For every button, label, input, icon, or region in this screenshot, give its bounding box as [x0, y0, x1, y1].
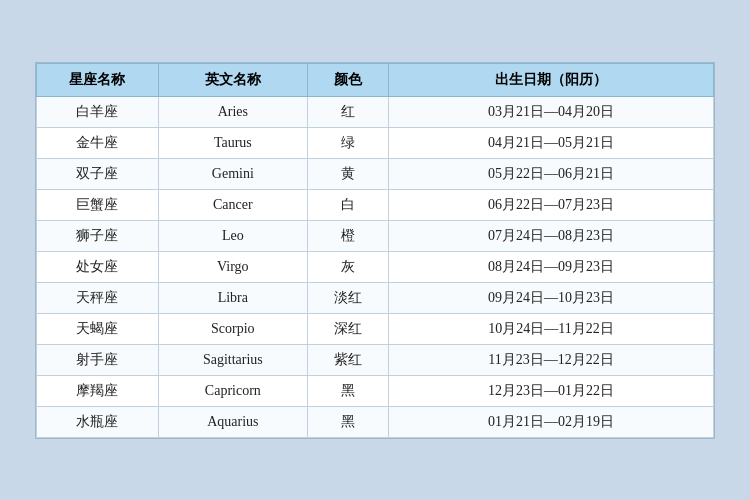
cell-date: 04月21日—05月21日 — [389, 127, 714, 158]
cell-date: 09月24日—10月23日 — [389, 282, 714, 313]
cell-color: 红 — [307, 96, 388, 127]
cell-english-name: Taurus — [158, 127, 307, 158]
cell-chinese-name: 天秤座 — [37, 282, 159, 313]
cell-chinese-name: 天蝎座 — [37, 313, 159, 344]
cell-date: 11月23日—12月22日 — [389, 344, 714, 375]
table-row: 狮子座Leo橙07月24日—08月23日 — [37, 220, 714, 251]
cell-chinese-name: 白羊座 — [37, 96, 159, 127]
cell-chinese-name: 处女座 — [37, 251, 159, 282]
header-date: 出生日期（阳历） — [389, 63, 714, 96]
cell-chinese-name: 射手座 — [37, 344, 159, 375]
cell-color: 白 — [307, 189, 388, 220]
cell-english-name: Virgo — [158, 251, 307, 282]
cell-chinese-name: 水瓶座 — [37, 406, 159, 437]
cell-date: 10月24日—11月22日 — [389, 313, 714, 344]
cell-chinese-name: 金牛座 — [37, 127, 159, 158]
cell-english-name: Cancer — [158, 189, 307, 220]
header-english-name: 英文名称 — [158, 63, 307, 96]
cell-color: 淡红 — [307, 282, 388, 313]
cell-english-name: Libra — [158, 282, 307, 313]
table-header-row: 星座名称 英文名称 颜色 出生日期（阳历） — [37, 63, 714, 96]
cell-color: 绿 — [307, 127, 388, 158]
cell-english-name: Aries — [158, 96, 307, 127]
table-row: 金牛座Taurus绿04月21日—05月21日 — [37, 127, 714, 158]
cell-english-name: Capricorn — [158, 375, 307, 406]
table-row: 巨蟹座Cancer白06月22日—07月23日 — [37, 189, 714, 220]
cell-color: 黑 — [307, 406, 388, 437]
table-row: 天蝎座Scorpio深红10月24日—11月22日 — [37, 313, 714, 344]
cell-english-name: Leo — [158, 220, 307, 251]
table-row: 白羊座Aries红03月21日—04月20日 — [37, 96, 714, 127]
cell-english-name: Sagittarius — [158, 344, 307, 375]
cell-date: 08月24日—09月23日 — [389, 251, 714, 282]
cell-date: 12月23日—01月22日 — [389, 375, 714, 406]
cell-date: 05月22日—06月21日 — [389, 158, 714, 189]
cell-color: 黄 — [307, 158, 388, 189]
table-row: 处女座Virgo灰08月24日—09月23日 — [37, 251, 714, 282]
table-row: 天秤座Libra淡红09月24日—10月23日 — [37, 282, 714, 313]
table-row: 摩羯座Capricorn黑12月23日—01月22日 — [37, 375, 714, 406]
cell-color: 紫红 — [307, 344, 388, 375]
table-row: 射手座Sagittarius紫红11月23日—12月22日 — [37, 344, 714, 375]
cell-date: 03月21日—04月20日 — [389, 96, 714, 127]
cell-chinese-name: 狮子座 — [37, 220, 159, 251]
cell-english-name: Aquarius — [158, 406, 307, 437]
cell-color: 灰 — [307, 251, 388, 282]
cell-chinese-name: 双子座 — [37, 158, 159, 189]
cell-color: 黑 — [307, 375, 388, 406]
cell-date: 01月21日—02月19日 — [389, 406, 714, 437]
table-row: 水瓶座Aquarius黑01月21日—02月19日 — [37, 406, 714, 437]
header-chinese-name: 星座名称 — [37, 63, 159, 96]
cell-date: 06月22日—07月23日 — [389, 189, 714, 220]
header-color: 颜色 — [307, 63, 388, 96]
cell-chinese-name: 摩羯座 — [37, 375, 159, 406]
cell-english-name: Scorpio — [158, 313, 307, 344]
cell-english-name: Gemini — [158, 158, 307, 189]
zodiac-table: 星座名称 英文名称 颜色 出生日期（阳历） 白羊座Aries红03月21日—04… — [36, 63, 714, 438]
table-row: 双子座Gemini黄05月22日—06月21日 — [37, 158, 714, 189]
zodiac-table-container: 星座名称 英文名称 颜色 出生日期（阳历） 白羊座Aries红03月21日—04… — [35, 62, 715, 439]
cell-color: 深红 — [307, 313, 388, 344]
cell-date: 07月24日—08月23日 — [389, 220, 714, 251]
cell-color: 橙 — [307, 220, 388, 251]
cell-chinese-name: 巨蟹座 — [37, 189, 159, 220]
